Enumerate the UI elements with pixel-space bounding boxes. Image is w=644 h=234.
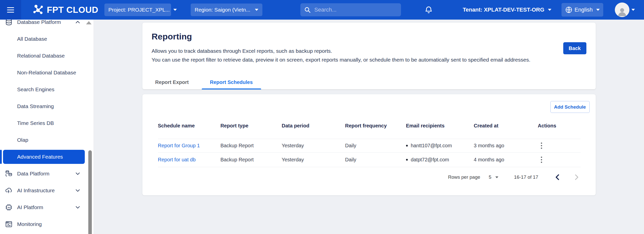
sidebar-item-label: AI Platform bbox=[17, 204, 75, 210]
next-page-button[interactable] bbox=[573, 173, 581, 182]
chevron-down-icon bbox=[596, 9, 600, 11]
email-text: hantt107@fpt.com bbox=[411, 143, 452, 149]
row-actions-kebab-button[interactable] bbox=[538, 141, 545, 150]
chevron-down-icon bbox=[495, 176, 498, 178]
sidebar-item-ai-infrastructure[interactable]: AI Infrastructure bbox=[0, 182, 94, 199]
pagination-bar: Rows per page 5 16-17 of 17 bbox=[158, 167, 581, 187]
sidebar-item-ai-platform[interactable]: AI AI Platform bbox=[0, 199, 94, 216]
report-type-cell: Backup Report bbox=[220, 143, 282, 149]
database-icon bbox=[5, 20, 13, 26]
page-title: Reporting bbox=[152, 23, 586, 41]
schedules-table: Schedule name Report type Data period Re… bbox=[142, 101, 596, 187]
search-input[interactable] bbox=[314, 6, 394, 13]
chevron-down-icon bbox=[548, 9, 551, 11]
table-row: Report for Group 1 Backup Report Yesterd… bbox=[158, 139, 581, 153]
logo-text: FPT CLOUD bbox=[47, 5, 98, 15]
data-period-cell: Yesterday bbox=[282, 143, 345, 149]
top-navbar: FPT CLOUD Project: PROJECT_XPL... Region… bbox=[0, 0, 644, 20]
tenant-dropdown[interactable]: Tenant: XPLAT-DEV-TEST-ORG bbox=[463, 7, 551, 13]
monitoring-icon bbox=[5, 220, 13, 228]
sidebar-item-non-relational-database[interactable]: Non-Relational Database bbox=[0, 64, 94, 81]
sidebar-item-monitoring[interactable]: Monitoring bbox=[0, 216, 94, 232]
sidebar-scrollbar[interactable] bbox=[88, 150, 92, 234]
schedule-name-link[interactable]: Report for Group 1 bbox=[158, 143, 200, 148]
sidebar-item-label: Monitoring bbox=[17, 221, 89, 227]
chevron-down-icon bbox=[173, 9, 177, 11]
data-platform-icon bbox=[5, 170, 13, 177]
bell-icon bbox=[424, 5, 433, 14]
hamburger-icon bbox=[7, 7, 14, 13]
svg-text:AI: AI bbox=[8, 206, 10, 209]
reporting-header-card: Reporting Allows you to track databases … bbox=[142, 23, 596, 89]
previous-page-button[interactable] bbox=[553, 173, 561, 182]
sidebar-item-label: Data Platform bbox=[17, 171, 75, 177]
sidebar-item-label: Time Series DB bbox=[17, 120, 54, 126]
sidebar-item-label: All Database bbox=[17, 36, 47, 42]
report-frequency-cell: Daily bbox=[345, 143, 406, 149]
sidebar-item-relational-database[interactable]: Relational Database bbox=[0, 47, 94, 64]
language-dropdown[interactable]: English bbox=[561, 3, 603, 17]
sidebar-item-label: Olap bbox=[17, 137, 28, 143]
sidebar-item-label: Search Engines bbox=[17, 86, 54, 92]
sidebar-item-label: Non-Relational Database bbox=[17, 70, 76, 76]
hamburger-menu-button[interactable] bbox=[0, 0, 21, 20]
column-header-actions: Actions bbox=[538, 123, 581, 129]
rows-per-page-value: 5 bbox=[489, 174, 492, 180]
report-frequency-cell: Daily bbox=[345, 157, 406, 163]
region-dropdown-label: Region: Saigon (Vietn... bbox=[195, 7, 250, 13]
email-recipients-cell: hantt107@fpt.com bbox=[406, 143, 474, 149]
created-at-cell: 3 months ago bbox=[474, 143, 538, 149]
back-button[interactable]: Back bbox=[563, 42, 586, 54]
search-icon bbox=[304, 6, 311, 13]
sidebar-item-olap[interactable]: Olap bbox=[0, 131, 94, 148]
email-text: datpt72@fpt.com bbox=[411, 157, 449, 163]
ai-chip-icon: AI bbox=[5, 204, 13, 211]
sidebar-item-data-streaming[interactable]: Data Streaming bbox=[0, 98, 94, 115]
table-header-row: Schedule name Report type Data period Re… bbox=[158, 101, 581, 139]
pagination-range-label: 16-17 of 17 bbox=[514, 174, 538, 180]
schedule-name-link[interactable]: Report for uat db bbox=[158, 157, 196, 162]
tab-report-export[interactable]: Report Export bbox=[142, 75, 202, 89]
sidebar-item-time-series-db[interactable]: Time Series DB bbox=[0, 115, 94, 131]
sidebar-item-all-database[interactable]: All Database bbox=[0, 30, 94, 47]
sidebar: Database Platform All Database Relationa… bbox=[0, 20, 94, 234]
created-at-cell: 4 months ago bbox=[474, 157, 538, 163]
column-header-data-period: Data period bbox=[282, 123, 345, 129]
sidebar-item-label: AI Infrastructure bbox=[17, 188, 75, 194]
sidebar-item-database-platform[interactable]: Database Platform bbox=[0, 20, 94, 30]
data-period-cell: Yesterday bbox=[282, 157, 345, 163]
bullet-icon bbox=[406, 145, 408, 147]
language-label: English bbox=[575, 7, 593, 13]
bullet-icon bbox=[406, 159, 408, 161]
table-row: Report for uat db Backup Report Yesterda… bbox=[158, 153, 581, 167]
global-search[interactable] bbox=[300, 3, 401, 16]
chevron-down-icon bbox=[75, 189, 80, 192]
tab-report-schedules[interactable]: Report Schedules bbox=[202, 75, 261, 89]
rows-per-page-select[interactable]: 5 bbox=[489, 174, 499, 180]
rows-per-page-label: Rows per page bbox=[448, 174, 480, 180]
active-route-indicator bbox=[0, 150, 2, 164]
page-description-line1: Allows you to track databases through Ex… bbox=[152, 46, 586, 55]
sidebar-item-data-platform[interactable]: Data Platform bbox=[0, 165, 94, 182]
column-header-report-type: Report type bbox=[220, 123, 282, 129]
report-type-cell: Backup Report bbox=[220, 157, 282, 163]
chevron-down-icon bbox=[75, 172, 80, 175]
add-schedule-button[interactable]: Add Schedule bbox=[550, 101, 590, 113]
sidebar-item-advanced-features[interactable]: Advanced Features bbox=[3, 150, 85, 164]
column-header-created-at: Created at bbox=[474, 123, 538, 129]
main-content: Reporting Allows you to track databases … bbox=[94, 20, 644, 234]
sidebar-item-label: Database Platform bbox=[17, 20, 75, 25]
region-dropdown[interactable]: Region: Saigon (Vietn... bbox=[191, 4, 262, 16]
sidebar-scroll-up-arrow[interactable] bbox=[86, 21, 92, 24]
fpt-cloud-logo: FPT CLOUD bbox=[33, 4, 98, 16]
project-dropdown[interactable]: Project: PROJECT_XPL... bbox=[104, 4, 171, 16]
chevron-down-icon bbox=[75, 206, 80, 209]
user-menu[interactable] bbox=[615, 3, 635, 17]
row-actions-kebab-button[interactable] bbox=[538, 155, 545, 164]
molecule-logo-icon bbox=[33, 4, 44, 16]
notification-bell-button[interactable] bbox=[424, 5, 433, 14]
sidebar-item-label: Data Streaming bbox=[17, 103, 54, 109]
sidebar-item-label: Advanced Features bbox=[17, 154, 63, 160]
column-header-report-frequency: Report frequency bbox=[345, 123, 406, 129]
sidebar-item-search-engines[interactable]: Search Engines bbox=[0, 81, 94, 98]
